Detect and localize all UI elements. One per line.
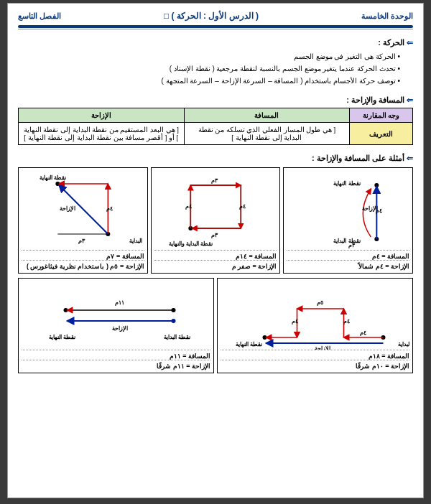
lbl: ٣م <box>78 238 85 245</box>
example-2: ٣م ٤م ٤م ٣م نقطة البداية والنهاية المساف… <box>151 167 281 274</box>
disp-label: الإزاحة <box>60 205 75 213</box>
diagram-2: ٣م ٤م ٤م ٣م نقطة البداية والنهاية <box>154 171 277 250</box>
end-label: نقطة النهاية <box>40 174 66 182</box>
section-examples-title: أمثلة على المسافة والإزاحة : <box>18 154 413 163</box>
example-3: ٤م ٣م الإزاحة نقطة البداية نقطة النهاية … <box>18 167 148 274</box>
chapter-label: الفصل التاسع <box>18 11 61 21</box>
disp-value: الإزاحة = ٤م شمالاً <box>358 263 409 270</box>
section-motion-title: الحركة : <box>18 38 413 47</box>
result: الإزاحة = ٤م شمالاً <box>287 260 409 270</box>
disp-value: الإزاحة = ٥م ( باستخدام نظرية فيثاغورس ) <box>27 263 144 270</box>
lbl: ٤م <box>292 318 298 325</box>
cmp-def-disp: [ هي البعد المستقيم من نقطة البداية إلى … <box>19 123 185 145</box>
svg-rect-3 <box>190 185 241 228</box>
cmp-row-label: التعريف <box>350 123 413 145</box>
bullet: الحركة هي التغير في موضع الجسم <box>18 50 400 62</box>
disp-value: الإزاحة = ١٠م شرقًا <box>356 363 409 370</box>
svg-point-18 <box>172 319 176 323</box>
distance-value: المسافة = ١١م <box>170 353 210 360</box>
lbl: ٤م <box>239 203 246 210</box>
example-4: ٤م ٤م ٥م ٤م الإزاحة نقطة البداية نقطة ال… <box>217 278 413 373</box>
cmp-col-distance: المسافة <box>184 108 350 123</box>
disp-value: الإزاحة = صفر م <box>232 263 277 270</box>
compare-table: وجه المقارنة المسافة الإزاحة التعريف [ ه… <box>18 108 413 145</box>
examples-row-2: ٤م ٤م ٥م ٤م الإزاحة نقطة البداية نقطة ال… <box>18 278 413 373</box>
diagram-5: ١١م الإزاحة نقطة البداية نقطة النهاية <box>22 281 210 350</box>
lbl: ٥م <box>317 299 323 307</box>
lbl: ٣م <box>210 177 218 185</box>
unit-label: الوحدة الخامسة <box>361 11 413 21</box>
lbl: ١١م <box>115 299 124 307</box>
lbl: ٤م <box>106 205 113 213</box>
examples-row-1: ٤م ٣م نقطة البداية نقطة النهاية الإزاحة … <box>18 167 413 274</box>
start-end-label: نقطة البداية والنهاية <box>168 241 212 248</box>
disp-label: الإزاحة <box>315 345 330 350</box>
diagram-4: ٤م ٤م ٥م ٤م الإزاحة نقطة البداية نقطة ال… <box>221 281 409 350</box>
cmp-col-disp: الإزاحة <box>19 108 185 123</box>
example-5: ١١م الإزاحة نقطة البداية نقطة النهاية ال… <box>18 278 214 373</box>
distance-value: المسافة = ١٤م <box>236 253 277 260</box>
page-header: الوحدة الخامسة ( الدرس الأول : الحركة ) … <box>18 11 413 21</box>
start-label: نقطة البداية <box>129 238 144 244</box>
section-distance-title: المسافة والإزاحة : <box>18 95 413 105</box>
diagram-1: ٤م ٣م نقطة البداية نقطة النهاية الإزاحة <box>287 171 409 250</box>
lesson-title: ( الدرس الأول : الحركة ) □ <box>164 11 259 21</box>
lbl: ٤م <box>360 330 366 337</box>
motion-bullets: الحركة هي التغير في موضع الجسم تحدث الحر… <box>18 50 413 87</box>
examples: ٤م ٣م نقطة البداية نقطة النهاية الإزاحة … <box>18 167 413 373</box>
end-label: نقطة النهاية <box>236 341 262 348</box>
lbl: ٤م <box>343 318 350 325</box>
distance-value: المسافة = ٤م <box>372 253 409 260</box>
cmp-corner: وجه المقارنة <box>350 108 413 123</box>
bullet: تحدث الحركة عندما يتغير موضع الجسم بالنس… <box>18 62 400 75</box>
divider <box>18 25 413 28</box>
diagram-3: ٤م ٣م الإزاحة نقطة البداية نقطة النهاية <box>22 171 144 250</box>
divider-thin <box>18 29 413 29</box>
end-label: نقطة النهاية <box>334 180 361 187</box>
bullet: توصف حركة الأجسام باستخدام ( المسافة – ا… <box>18 75 400 87</box>
lbl: ٤م <box>185 203 192 210</box>
result: المسافة = ٤م <box>287 250 409 260</box>
disp-label: الإزاحة <box>112 325 128 332</box>
example-1: ٤م ٣م نقطة البداية نقطة النهاية الإزاحة … <box>283 167 413 274</box>
distance-value: المسافة = ١٨م <box>369 353 409 360</box>
page: الوحدة الخامسة ( الدرس الأول : الحركة ) … <box>7 3 424 498</box>
start-label: نقطة البداية <box>398 341 410 347</box>
distance-value: المسافة = ٧م <box>106 253 144 260</box>
disp-value: الإزاحة = ١١م شرقًا <box>157 363 210 370</box>
start-label: نقطة البداية <box>164 334 190 340</box>
lbl: ٣م <box>210 232 218 239</box>
cmp-def-distance: [ هي طول المسار الفعلي الذي تسلكه من نقط… <box>184 123 350 145</box>
start-label: نقطة البداية <box>334 238 361 244</box>
disp-label: الإزاحة <box>363 205 379 213</box>
end-label: نقطة النهاية <box>49 334 75 341</box>
